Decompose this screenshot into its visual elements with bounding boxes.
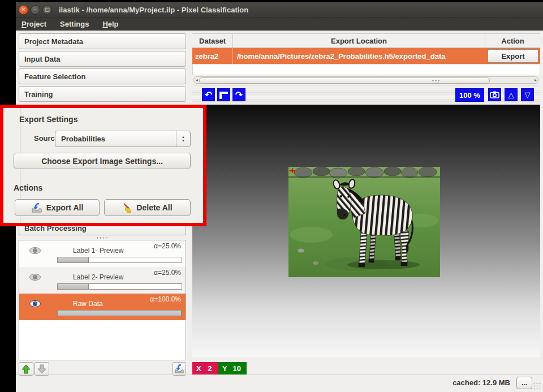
triangle-down-icon: ▽ (525, 91, 531, 99)
snapshot-button[interactable] (488, 88, 501, 101)
alpha-slider[interactable] (57, 310, 182, 316)
export-all-icon (31, 203, 42, 213)
alpha-fill (58, 257, 89, 262)
eye-closed-icon (28, 246, 42, 255)
eye-button[interactable] (28, 299, 42, 308)
maximize-button[interactable]: ▢ (42, 5, 52, 15)
spinner-icons[interactable]: ▲ ▼ (176, 131, 190, 147)
annotation-highlight: Export Settings Source: Probabilities ▲ … (0, 105, 206, 226)
export-button[interactable]: Export (488, 49, 538, 63)
layer-name: Label 1- Preview (73, 247, 123, 255)
eye-button[interactable] (28, 273, 42, 282)
eye-open-icon (28, 299, 42, 308)
menu-item-help[interactable]: Help (102, 20, 118, 28)
redo-icon: ↷ (235, 89, 243, 100)
export-tray-icon (174, 364, 184, 374)
sidebar-item-input-data[interactable]: Input Data (19, 51, 186, 67)
export-layer-button[interactable] (173, 362, 186, 376)
alpha-slider[interactable] (57, 257, 182, 263)
minimize-button[interactable]: − (31, 5, 40, 15)
ellipsis-icon: ... (522, 382, 527, 385)
triangle-up-icon: △ (508, 91, 514, 99)
zebra-image (288, 167, 440, 277)
layer-alpha: α=25.0% (154, 242, 181, 250)
export-settings-title: Export Settings (19, 115, 77, 124)
sidebar-item-project-metadata[interactable]: Project Metadata (19, 33, 186, 49)
layer-name: Raw Data (73, 300, 103, 308)
panel-splitter[interactable] (96, 236, 109, 239)
layer-row-label2[interactable]: Label 2- Preview α=25.0% (19, 267, 186, 294)
x-position-indicator: X 2 (192, 362, 218, 374)
swap-axes-button[interactable] (217, 88, 230, 101)
viewer-toolbar: ↶ ↷ 100 % △ ▽ (192, 85, 540, 105)
y-position-indicator: Y 10 (218, 362, 247, 374)
eye-button[interactable] (28, 246, 42, 255)
undo-icon: ↶ (205, 89, 212, 100)
spinner-up-icon: ▲ (182, 135, 185, 139)
layer-row-raw-data[interactable]: Raw Data α=100.0% (19, 294, 186, 320)
dataset-cell: zebra2 (192, 48, 233, 64)
zoom-level-display[interactable]: 100 % (455, 88, 484, 102)
cached-label: cached: 12.9 MB (453, 378, 510, 387)
move-layer-up-button[interactable] (19, 362, 33, 376)
redo-button[interactable]: ↷ (232, 88, 245, 101)
choose-export-settings-button[interactable]: Choose Export Image Settings... (14, 153, 191, 169)
image-viewer[interactable] (192, 105, 540, 357)
up-arrow-icon (21, 364, 31, 374)
broom-icon (122, 203, 132, 213)
layer-name: Label 2- Preview (73, 273, 123, 281)
delete-all-button[interactable]: Delete All (104, 199, 191, 216)
menu-item-settings[interactable]: Settings (60, 20, 89, 28)
crosshair-marker (290, 168, 295, 173)
triangle-down-button[interactable]: ▽ (521, 88, 534, 101)
layer-alpha: α=100.0% (150, 295, 181, 303)
undo-button[interactable]: ↶ (202, 88, 215, 101)
layers-panel: Label 1- Preview α=25.0% Label 2- Previe… (19, 240, 186, 360)
statusbar-divider (16, 374, 543, 375)
scroll-left-icon[interactable]: ◂ (196, 77, 198, 83)
close-button[interactable]: ✕ (19, 5, 28, 15)
eye-closed-icon (28, 273, 42, 282)
column-header-export-location: Export Location (233, 34, 485, 48)
alpha-fill (58, 284, 89, 289)
sidebar-item-training[interactable]: Training (19, 86, 186, 102)
alpha-slider[interactable] (57, 283, 182, 290)
resize-grip[interactable] (533, 382, 541, 390)
window-title: ilastik - /home/anna/MyProject.ilp - Pix… (59, 6, 248, 14)
export-location-cell: /home/anna/Pictures/zebra2_Probabilities… (233, 48, 485, 64)
titlebar[interactable]: ✕ − ▢ ilastik - /home/anna/MyProject.ilp… (16, 2, 543, 18)
actions-label: Actions (14, 183, 42, 192)
layer-row-label1[interactable]: Label 1- Preview α=25.0% (19, 240, 186, 267)
maximize-icon: ▢ (45, 7, 50, 12)
minimize-icon: − (34, 7, 37, 12)
spinner-down-icon: ▼ (182, 139, 185, 143)
table-empty-area (192, 64, 540, 75)
table-header: Dataset Export Location Action (192, 33, 540, 48)
alpha-fill (58, 311, 182, 316)
menu-item-project[interactable]: Project (21, 20, 46, 28)
source-value: Probabilities (61, 135, 105, 143)
table-h-scrollbar[interactable]: ◂ ▸ (193, 76, 539, 84)
move-layer-down-button[interactable] (35, 362, 49, 376)
triangle-up-button[interactable]: △ (505, 88, 518, 101)
corner-icon (219, 92, 228, 99)
column-header-dataset: Dataset (192, 34, 233, 48)
export-all-button[interactable]: Export All (15, 199, 100, 216)
scroll-right-icon[interactable]: ▸ (535, 77, 537, 83)
more-button[interactable]: ... (516, 377, 532, 389)
source-select[interactable]: Probabilities ▲ ▼ (55, 131, 191, 147)
scrollbar-thumb[interactable] (199, 77, 490, 84)
column-header-action: Action (485, 34, 540, 48)
layer-alpha: α=25.0% (154, 269, 181, 277)
table-row[interactable]: zebra2 /home/anna/Pictures/zebra2_Probab… (192, 48, 540, 64)
window-controls: ✕ − ▢ (19, 5, 52, 15)
down-arrow-icon (37, 364, 46, 374)
menubar: Project Settings Help (16, 18, 543, 31)
sidebar-item-feature-selection[interactable]: Feature Selection (19, 68, 186, 84)
close-icon: ✕ (21, 7, 26, 12)
camera-icon (490, 91, 499, 98)
